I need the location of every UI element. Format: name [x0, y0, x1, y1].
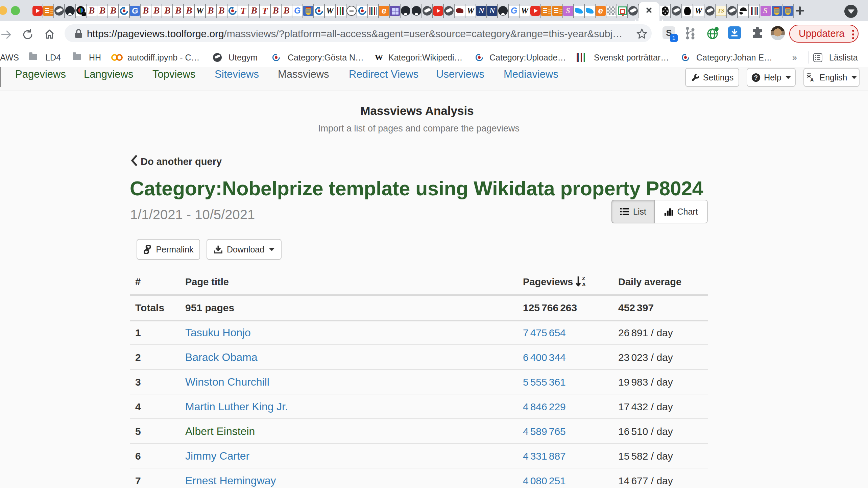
svg-text:A: A: [582, 282, 586, 287]
svg-text:Z: Z: [582, 275, 585, 281]
svg-text:A: A: [810, 77, 814, 82]
svg-text:?: ?: [754, 74, 758, 81]
